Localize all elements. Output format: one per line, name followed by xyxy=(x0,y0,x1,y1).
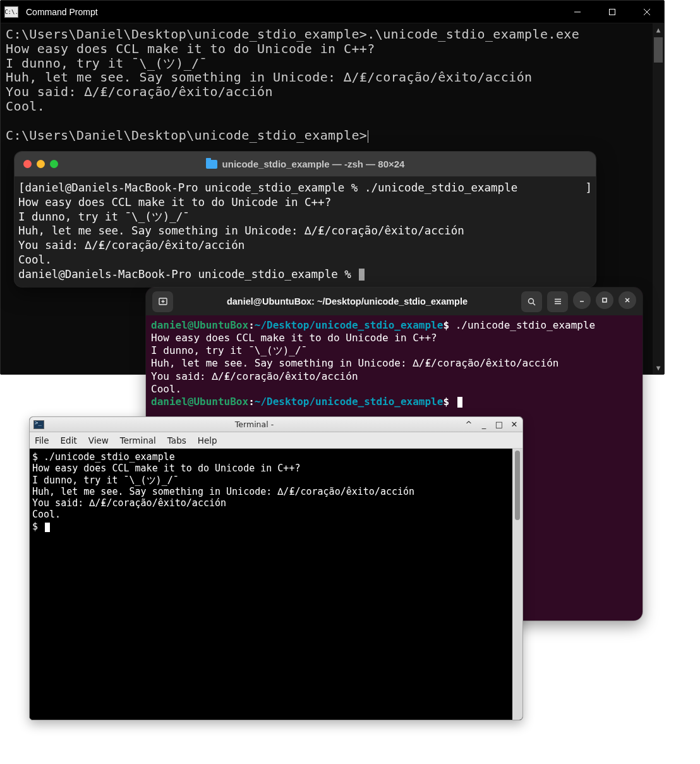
cursor xyxy=(368,130,368,143)
macos-titlebar[interactable]: unicode_stdio_example — -zsh — 80×24 xyxy=(15,152,596,177)
output-line: Huh, let me see. Say something in Unicod… xyxy=(32,486,414,497)
prompt-line: daniel@Daniels-MacBook-Pro unicode_stdio… xyxy=(18,268,358,281)
output-line: I dunno, try it ¯\_(ツ)_/¯ xyxy=(32,475,179,486)
output-line: You said: ∆/₤/coração/êxito/acción xyxy=(18,239,244,252)
menu-view[interactable]: View xyxy=(88,435,109,446)
menu-edit[interactable]: Edit xyxy=(61,435,77,446)
menu-help[interactable]: Help xyxy=(198,435,217,446)
cursor xyxy=(45,523,50,532)
output-line: I dunno, try it ¯\_(ツ)_/¯ xyxy=(151,344,307,356)
svg-line-8 xyxy=(533,303,536,305)
output-line: Huh, let me see. Say something in Unicod… xyxy=(18,224,464,237)
prompt-colon: : xyxy=(248,396,255,408)
output-line: How easy does CCL make it to do Unicode … xyxy=(18,196,331,209)
cmd-icon: C:\. xyxy=(4,6,18,18)
minimize-button[interactable] xyxy=(573,291,591,309)
output-line: I dunno, try it ¯\_(ツ)_/¯ xyxy=(6,56,207,71)
output-line: You said: ∆/₤/coração/êxito/acción xyxy=(151,370,358,382)
svg-point-7 xyxy=(529,298,534,303)
ubuntu-titlebar[interactable]: daniel@UbuntuBox: ~/Desktop/unicode_stdi… xyxy=(146,288,643,315)
minimize-button[interactable] xyxy=(560,1,594,23)
shade-button[interactable]: ^ xyxy=(464,420,473,429)
xfce-terminal-body[interactable]: $ ./unicode_stdio_example How easy does … xyxy=(30,449,512,720)
xfce-title: Terminal - xyxy=(48,420,461,429)
output-line: You said: ∆/₤/coração/êxito/acción xyxy=(32,497,226,509)
output-line: Cool. xyxy=(6,99,45,114)
xfce-window-controls: ^ _ □ ✕ xyxy=(464,420,519,429)
folder-icon xyxy=(206,160,217,169)
prompt-dollar: $ xyxy=(443,396,455,408)
menu-tabs[interactable]: Tabs xyxy=(167,435,186,446)
prompt: $ xyxy=(32,451,44,463)
xfce-titlebar[interactable]: Terminal - ^ _ □ ✕ xyxy=(30,417,522,432)
menu-terminal[interactable]: Terminal xyxy=(120,435,156,446)
prompt-line: C:\Users\Daniel\Desktop\unicode_stdio_ex… xyxy=(6,128,367,143)
output-line: Huh, let me see. Say something in Unicod… xyxy=(6,70,533,85)
svg-rect-13 xyxy=(603,298,606,302)
output-line: How easy does CCL make it to do Unicode … xyxy=(151,332,437,344)
close-button[interactable]: ✕ xyxy=(510,420,519,429)
prompt-line: daniel@Daniels-MacBook-Pro unicode_stdio… xyxy=(25,181,365,194)
prompt-colon: : xyxy=(248,319,255,331)
scroll-thumb[interactable] xyxy=(654,37,663,63)
scrollbar[interactable]: ▲ ▼ xyxy=(653,23,664,374)
hamburger-menu-button[interactable] xyxy=(547,291,568,312)
xfce-body-wrap: $ ./unicode_stdio_example How easy does … xyxy=(30,449,522,720)
output-line: Cool. xyxy=(32,509,61,520)
menu-file[interactable]: File xyxy=(35,435,49,446)
prompt-path: ~/Desktop/unicode_stdio_example xyxy=(255,396,444,408)
prompt-dollar: $ xyxy=(443,319,455,331)
output-line: Cool. xyxy=(151,383,181,395)
scroll-thumb[interactable] xyxy=(515,451,520,520)
maximize-button[interactable] xyxy=(596,291,613,309)
close-button[interactable] xyxy=(619,291,636,309)
xfce-terminal-window: Terminal - ^ _ □ ✕ File Edit View Termin… xyxy=(29,416,523,720)
prompt-user: daniel@UbuntuBox xyxy=(151,396,248,408)
output-line: I dunno, try it ¯\_(ツ)_/¯ xyxy=(18,210,190,223)
prompt-path: ~/Desktop/unicode_stdio_example xyxy=(255,319,444,331)
maximize-button[interactable]: □ xyxy=(495,420,504,429)
maximize-button[interactable] xyxy=(594,1,629,23)
bracket: [ xyxy=(18,181,25,194)
prompt: $ xyxy=(32,521,44,532)
ubuntu-title: daniel@UbuntuBox: ~/Desktop/unicode_stdi… xyxy=(178,296,516,306)
minimize-button[interactable]: _ xyxy=(480,420,488,429)
output-line: Cool. xyxy=(18,253,52,266)
scroll-up-icon[interactable]: ▲ xyxy=(653,23,664,36)
macos-terminal-body[interactable]: [daniel@Daniels-MacBook-Pro unicode_stdi… xyxy=(15,177,596,287)
command: ./unicode_stdio_example xyxy=(365,181,517,194)
output-line: How easy does CCL make it to do Unicode … xyxy=(6,41,375,56)
output-line: You said: ∆/₤/coração/êxito/acción xyxy=(6,84,273,99)
terminal-icon xyxy=(33,420,44,429)
output-line: How easy does CCL make it to do Unicode … xyxy=(32,463,300,474)
windows-titlebar[interactable]: C:\. Command Prompt xyxy=(1,1,664,23)
scroll-down-icon[interactable]: ▼ xyxy=(653,361,664,374)
prompt-line: C:\Users\Daniel\Desktop\unicode_stdio_ex… xyxy=(6,27,579,42)
macos-terminal-window: unicode_stdio_example — -zsh — 80×24 [da… xyxy=(15,152,596,287)
macos-title: unicode_stdio_example — -zsh — 80×24 xyxy=(23,159,587,169)
output-line: Huh, let me see. Say something in Unicod… xyxy=(151,357,558,369)
windows-controls xyxy=(560,1,664,23)
cursor xyxy=(359,269,365,281)
bracket: ] xyxy=(585,181,592,195)
prompt-user: daniel@UbuntuBox xyxy=(151,319,248,331)
svg-rect-1 xyxy=(609,9,615,15)
command: ./unicode_stdio_example xyxy=(44,451,175,463)
command: ./unicode_stdio_example xyxy=(456,319,596,331)
scrollbar[interactable] xyxy=(512,449,522,720)
cursor xyxy=(457,397,462,408)
xfce-menubar: File Edit View Terminal Tabs Help xyxy=(30,432,522,449)
macos-title-text: unicode_stdio_example — -zsh — 80×24 xyxy=(222,159,405,169)
new-tab-button[interactable] xyxy=(152,291,173,312)
windows-title: Command Prompt xyxy=(26,7,560,17)
close-button[interactable] xyxy=(629,1,664,23)
search-button[interactable] xyxy=(521,291,542,312)
